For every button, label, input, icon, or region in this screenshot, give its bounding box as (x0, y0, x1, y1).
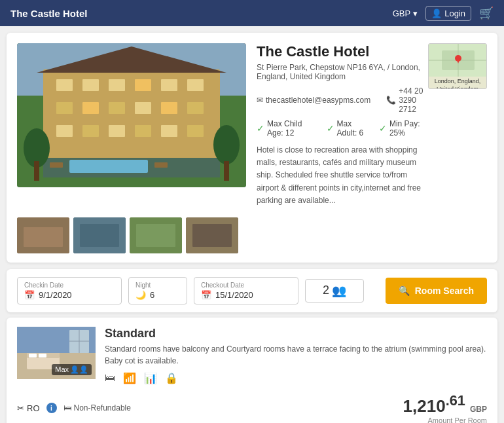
calendar-icon-2: 📅 (201, 290, 211, 300)
checkout-label: Checkout Date (201, 282, 291, 289)
checkin-value: 📅 9/1/2020 (24, 290, 115, 300)
svg-point-27 (213, 125, 240, 164)
thumbnail-3[interactable] (130, 217, 182, 253)
check-icon-3: ✓ (379, 123, 387, 134)
cart-button[interactable]: 🛒 (479, 6, 494, 20)
night-select[interactable]: 6 7 8 (150, 290, 180, 300)
bed-icon-2: 🛏 (63, 403, 71, 413)
night-label: Night (135, 282, 180, 289)
checkout-field[interactable]: Checkout Date 📅 15/1/2020 (194, 277, 298, 304)
svg-rect-17 (82, 125, 99, 137)
checkin-label: Checkin Date (24, 282, 115, 289)
header-title: The Castle Hotel (10, 8, 88, 19)
search-icon: 🔍 (399, 285, 410, 296)
svg-rect-6 (109, 79, 125, 91)
bed-icon: 🛏 (105, 372, 115, 384)
hotel-details: The Castle Hotel St Pierre Park, Chepsto… (257, 43, 487, 207)
thumbnail-1[interactable] (17, 217, 69, 253)
room-image: Max 👤👤 (17, 327, 96, 379)
svg-rect-43 (192, 224, 232, 247)
room-pricing-left: ✂ RO i 🛏 Non-Refundable (17, 403, 131, 413)
security-icon: 🔒 (165, 372, 178, 384)
svg-rect-11 (82, 102, 99, 114)
scissors-icon: ✂ (17, 403, 24, 413)
hotel-badges: ✓ Max Child Age: 12 ✓ Max Adult: 6 ✓ Min… (257, 119, 428, 138)
svg-rect-39 (80, 224, 119, 247)
room-card: Max 👤👤 Standard Standard rooms have balc… (7, 318, 497, 423)
svg-rect-15 (187, 102, 204, 114)
svg-rect-20 (161, 125, 177, 137)
svg-rect-14 (161, 102, 177, 114)
night-value: 🌙 6 7 8 (135, 290, 180, 300)
guests-value: 2 (323, 284, 329, 297)
search-button[interactable]: 🔍 Room Search (386, 278, 487, 304)
hotel-phone: 📞 +44 20 3290 2712 (386, 86, 428, 114)
room-pricing-row: ✂ RO i 🛏 Non-Refundable 1,210.61 GBP Amo… (17, 392, 487, 423)
thumbnail-2[interactable] (73, 217, 126, 253)
hotel-contact-row: ✉ thecastlehotel@easypms.com 📞 +44 20 32… (257, 86, 428, 114)
svg-rect-18 (109, 125, 125, 137)
calendar-icon: 📅 (24, 290, 35, 300)
email-icon: ✉ (257, 96, 263, 105)
room-amenities: 🛏 📶 📊 🔒 (105, 372, 487, 384)
svg-rect-48 (29, 354, 37, 358)
svg-rect-8 (161, 79, 177, 91)
svg-rect-10 (56, 102, 73, 114)
hotel-thumbnails (7, 217, 497, 263)
room-price-currency: GBP (470, 405, 487, 414)
room-price-display: 1,210.61 GBP (403, 392, 487, 416)
hotel-map[interactable]: London, England, United Kingdom (428, 43, 487, 89)
svg-rect-13 (135, 102, 151, 114)
svg-rect-21 (187, 125, 204, 137)
currency-label: GBP (393, 9, 410, 18)
login-button[interactable]: 👤 Login (425, 6, 471, 21)
hotel-info-section: The Castle Hotel St Pierre Park, Chepsto… (7, 33, 497, 217)
hotel-address: St Pierre Park, Chepstow NP16 6YA, / Lon… (257, 63, 428, 81)
map-image (429, 44, 486, 77)
refundable-label: 🛏 Non-Refundable (63, 403, 131, 413)
currency-arrow-icon: ▾ (413, 9, 418, 18)
hotel-main-image (17, 43, 246, 187)
svg-rect-5 (82, 79, 99, 91)
map-label: London, England, United Kingdom (429, 77, 486, 89)
currency-selector[interactable]: GBP ▾ (393, 9, 418, 18)
night-field[interactable]: Night 🌙 6 7 8 (128, 277, 187, 304)
room-price: 1,210.61 (403, 396, 470, 416)
person-icon: 👤 (431, 9, 442, 18)
max-child-badge: ✓ Max Child Age: 12 (257, 119, 319, 138)
guests-icon: 👥 (332, 284, 346, 298)
meal-type: ✂ RO (17, 403, 40, 413)
hotel-email: ✉ thecastlehotel@easypms.com (257, 86, 370, 114)
check-icon: ✓ (257, 123, 264, 134)
svg-rect-9 (187, 79, 204, 91)
svg-rect-19 (135, 125, 151, 137)
max-adult-badge: ✓ Max Adult: 6 (327, 119, 371, 138)
cart-icon: 🛒 (479, 7, 494, 20)
svg-rect-37 (24, 227, 63, 247)
check-icon-2: ✓ (327, 123, 334, 134)
wifi-icon: 📶 (123, 372, 136, 384)
min-pay-badge: ✓ Min Pay: 25% (379, 119, 428, 138)
svg-rect-24 (50, 162, 63, 168)
info-badge[interactable]: i (46, 403, 57, 413)
phone-icon: 📞 (386, 96, 396, 105)
svg-rect-41 (136, 224, 175, 247)
svg-rect-29 (224, 161, 229, 181)
person-icons: 👤👤 (70, 365, 88, 374)
svg-rect-28 (34, 161, 39, 181)
login-label: Login (444, 9, 465, 18)
thumbnail-4[interactable] (186, 217, 238, 253)
hotel-name: The Castle Hotel (257, 43, 428, 60)
search-bar: Checkin Date 📅 9/1/2020 Night 🌙 6 7 8 Ch… (7, 269, 497, 312)
svg-rect-23 (69, 160, 148, 173)
svg-rect-4 (56, 79, 73, 91)
guests-field[interactable]: 2 👥 (305, 279, 364, 303)
checkin-field[interactable]: Checkin Date 📅 9/1/2020 (17, 277, 122, 304)
room-pricing-right: 1,210.61 GBP Amount Per Room (403, 392, 487, 423)
svg-rect-16 (56, 125, 73, 137)
room-price-label: Amount Per Room (403, 416, 487, 423)
moon-icon: 🌙 (135, 290, 146, 300)
hotel-info-card: The Castle Hotel St Pierre Park, Chepsto… (7, 33, 497, 263)
svg-rect-12 (109, 102, 125, 114)
checkout-value: 📅 15/1/2020 (201, 290, 291, 300)
